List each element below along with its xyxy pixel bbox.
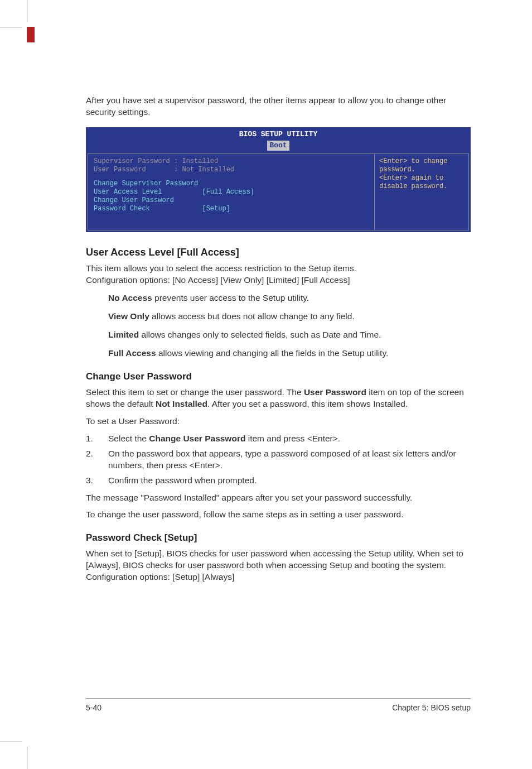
cup-step-3: 3. Confirm the password when prompted. [86, 475, 471, 487]
bios-tab-row: Boot [86, 139, 470, 152]
page-content: After you have set a supervisor password… [0, 0, 532, 645]
cup-desc-seg1: Select this item to set or change the us… [86, 387, 304, 397]
ual-view-only-text: allows access but does not allow change … [149, 311, 355, 321]
cup-desc: Select this item to set or change the us… [86, 387, 471, 410]
cup-desc-bold2: Not Installed [156, 399, 207, 408]
pwc-desc: When set to [Setup], BIOS checks for use… [86, 548, 471, 583]
cup-step-2: 2. On the password box that appears, typ… [86, 448, 471, 472]
ual-desc-2: Configuration options: [No Access] [View… [86, 275, 471, 286]
intro-paragraph: After you have set a supervisor password… [86, 95, 471, 118]
page-number: 5-40 [86, 703, 101, 712]
chapter-title: Chapter 5: BIOS setup [392, 703, 471, 712]
bios-screenshot-panel: BIOS SETUP UTILITY Boot Supervisor Passw… [86, 127, 471, 232]
cup-change-note: To change the user password, follow the … [86, 509, 471, 521]
ual-view-only: View Only allows access but does not all… [108, 311, 471, 323]
bios-title: BIOS SETUP UTILITY [86, 128, 470, 140]
cup-step3-text: Confirm the password when prompted. [108, 475, 471, 487]
step-number-3: 3. [86, 475, 108, 487]
cup-success-msg: The message "Password Installed" appears… [86, 492, 471, 504]
side-red-tab [27, 27, 35, 42]
bios-password-check: Password Check [Setup] [94, 205, 369, 213]
bios-help-text: <Enter> to change password. <Enter> agai… [379, 157, 464, 191]
bios-change-user: Change User Password [94, 196, 369, 205]
cup-step1-seg2: item and press <Enter>. [245, 434, 340, 443]
bios-active-tab: Boot [267, 141, 289, 151]
cup-desc-seg3: . After you set a password, this item sh… [207, 399, 408, 408]
cup-toset: To set a User Password: [86, 416, 471, 427]
heading-password-check: Password Check [Setup] [86, 532, 471, 545]
ual-limited: Limited allows changes only to selected … [108, 329, 471, 341]
step-number-1: 1. [86, 433, 108, 445]
ual-full-access: Full Access allows viewing and changing … [108, 348, 471, 359]
ual-view-only-label: View Only [108, 311, 149, 321]
bios-user-status: User Password : Not Installed [94, 166, 369, 174]
ual-desc-1: This item allows you to select the acces… [86, 263, 471, 275]
bios-help-pane: <Enter> to change password. <Enter> agai… [374, 153, 469, 230]
page-footer: 5-40 Chapter 5: BIOS setup [86, 698, 471, 712]
heading-user-access-level: User Access Level [Full Access] [86, 246, 471, 259]
ual-limited-text: allows changes only to selected fields, … [139, 330, 381, 339]
ual-limited-label: Limited [108, 330, 139, 339]
cup-steps: 1. Select the Change User Password item … [86, 433, 471, 487]
bios-change-supervisor: Change Supervisor Password [94, 180, 369, 188]
cup-step2-text: On the password box that appears, type a… [108, 448, 471, 472]
bios-supervisor-status: Supervisor Password : Installed [94, 157, 369, 166]
ual-no-access: No Access prevents user access to the Se… [108, 292, 471, 304]
ual-full-access-text: allows viewing and changing all the fiel… [156, 348, 389, 358]
ual-no-access-text: prevents user access to the Setup utilit… [152, 293, 309, 302]
step-number-2: 2. [86, 448, 108, 472]
bios-options-pane: Supervisor Password : Installed User Pas… [88, 153, 374, 230]
cup-step1-seg1: Select the [108, 434, 149, 443]
cup-step1-bold: Change User Password [149, 434, 245, 443]
ual-full-access-label: Full Access [108, 348, 156, 358]
cup-step-1: 1. Select the Change User Password item … [86, 433, 471, 445]
bios-user-access-level: User Access Level [Full Access] [94, 188, 369, 196]
ual-options-block: No Access prevents user access to the Se… [86, 292, 471, 359]
ual-no-access-label: No Access [108, 293, 152, 302]
heading-change-user-password: Change User Password [86, 371, 471, 383]
cup-desc-bold1: User Password [304, 387, 366, 397]
